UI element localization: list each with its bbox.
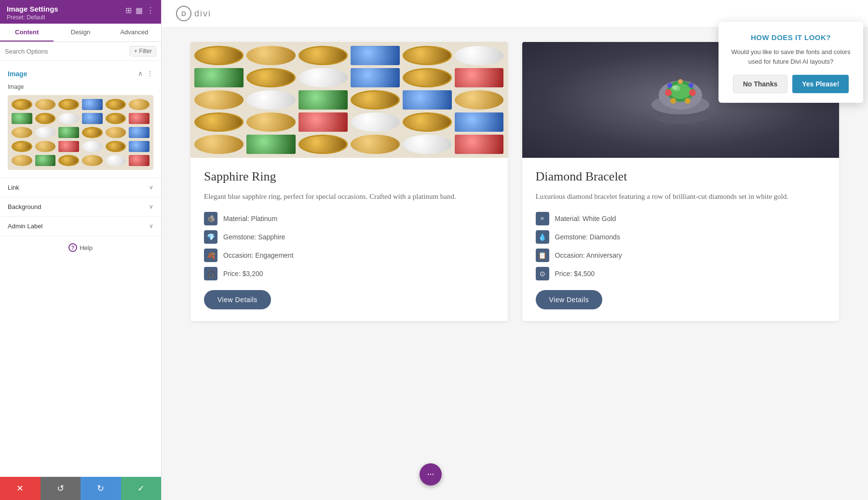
image-preview-wrap[interactable] — [0, 92, 161, 178]
card-1-attr-0: 🪨 Material: Platinum — [204, 212, 494, 225]
background-label: Background — [8, 203, 41, 210]
tab-design[interactable]: Design — [54, 24, 107, 42]
link-section[interactable]: Link ∨ — [0, 178, 161, 197]
search-input[interactable] — [5, 48, 127, 55]
help-label: Help — [80, 244, 93, 251]
svg-point-7 — [689, 89, 696, 96]
card-2-attr-2: 📋 Occasion: Anniversary — [536, 249, 826, 262]
section-more-icon[interactable]: ⋮ — [147, 69, 153, 78]
attr-icon-price: 🎧 — [204, 267, 217, 280]
card-2-attr-1: 💧 Gemstone: Diamonds — [536, 230, 826, 244]
card-2-attrs: ≡ Material: White Gold 💧 Gemstone: Diamo… — [536, 212, 826, 280]
undo-button[interactable]: ↺ — [41, 477, 81, 500]
cancel-button[interactable]: ✕ — [0, 477, 41, 500]
attr-text-price: Price: $3,200 — [223, 270, 263, 278]
card-2-title: Diamond Bracelet — [536, 169, 826, 184]
j15 — [58, 127, 79, 138]
popup-no-button[interactable]: No Thanks — [733, 75, 788, 93]
card-2-attr-3: ⊙ Price: $4,500 — [536, 267, 826, 280]
j25 — [12, 155, 32, 166]
fab-button[interactable]: ··· — [420, 463, 442, 486]
save-icon: ✓ — [137, 483, 145, 494]
attr-icon-gemstone: 💎 — [204, 230, 217, 244]
j30 — [129, 155, 149, 166]
left-panel: Image Settings Preset: Default ⊞ ▦ ⋮ Con… — [0, 0, 162, 500]
attr-text-gemstone: Gemstone: Sapphire — [223, 233, 285, 241]
svg-point-8 — [670, 98, 676, 104]
attr-text-occasion-2: Occasion: Anniversary — [555, 251, 622, 259]
popup-actions: No Thanks Yes Please! — [728, 75, 854, 93]
help-icon: ? — [68, 243, 77, 252]
panel-icon-resize[interactable]: ⊞ — [125, 6, 132, 15]
panel-icon-layout[interactable]: ▦ — [136, 6, 143, 15]
j1 — [12, 99, 32, 110]
j24 — [129, 141, 149, 152]
j3 — [58, 99, 79, 110]
attr-text-material: Material: Platinum — [223, 215, 277, 222]
redo-icon: ↻ — [97, 483, 104, 494]
tab-content[interactable]: Content — [0, 24, 54, 42]
j6 — [129, 99, 149, 110]
panel-content: Image ∧ ⋮ Image — [0, 61, 161, 500]
j29 — [106, 155, 126, 166]
attr-text-occasion: Occasion: Engagement — [223, 251, 294, 259]
card-1-desc: Elegant blue sapphire ring, perfect for … — [204, 191, 494, 202]
filter-button[interactable]: + Filter — [130, 46, 156, 56]
divi-logo-circle: D — [176, 6, 191, 21]
undo-icon: ↺ — [57, 483, 64, 494]
popup-yes-button[interactable]: Yes Please! — [792, 75, 849, 93]
popup-dialog: HOW DOES IT LOOK? Would you like to save… — [719, 22, 863, 103]
cancel-icon: ✕ — [16, 483, 24, 494]
attr-icon-occasion-2: 📋 — [536, 249, 549, 262]
j14 — [35, 127, 56, 138]
popup-body: Would you like to save the fonts and col… — [728, 47, 854, 66]
j19 — [12, 141, 32, 152]
card-2-attr-0: ≡ Material: White Gold — [536, 212, 826, 225]
card-1-image — [190, 42, 508, 158]
admin-label-label: Admin Label — [8, 222, 42, 230]
card-sapphire-ring: Sapphire Ring Elegant blue sapphire ring… — [190, 42, 508, 321]
j7 — [12, 113, 32, 124]
j9 — [58, 113, 79, 124]
svg-point-9 — [685, 98, 691, 104]
save-button[interactable]: ✓ — [121, 477, 162, 500]
view-details-button-2[interactable]: View Details — [536, 290, 603, 309]
attr-icon-material: 🪨 — [204, 212, 217, 225]
j8 — [35, 113, 56, 124]
panel-header: Image Settings Preset: Default ⊞ ▦ ⋮ — [0, 0, 161, 24]
image-section-title: Image — [8, 70, 27, 78]
link-chevron-icon: ∨ — [149, 184, 153, 191]
svg-point-11 — [689, 83, 693, 88]
panel-preset[interactable]: Preset: Default — [7, 14, 58, 21]
attr-icon-material-2: ≡ — [536, 212, 549, 225]
jewelry-grid-preview — [8, 95, 153, 170]
card-1-attrs: 🪨 Material: Platinum 💎 Gemstone: Sapphir… — [204, 212, 494, 280]
j26 — [35, 155, 56, 166]
tab-advanced[interactable]: Advanced — [108, 24, 161, 42]
card-1-attr-3: 🎧 Price: $3,200 — [204, 267, 494, 280]
card-2-body: Diamond Bracelet Luxurious diamond brace… — [522, 158, 840, 321]
j5 — [106, 99, 126, 110]
main-content: D divi — [162, 0, 868, 500]
j18 — [129, 127, 149, 138]
attr-icon-occasion: 🍂 — [204, 249, 217, 262]
panel-tabs: Content Design Advanced — [0, 24, 161, 42]
help-section: ? Help — [0, 236, 161, 259]
j12 — [129, 113, 149, 124]
ring-svg — [637, 56, 724, 143]
view-details-button-1[interactable]: View Details — [204, 290, 271, 309]
j22 — [82, 141, 103, 152]
panel-icon-more[interactable]: ⋮ — [147, 6, 154, 15]
svg-point-13 — [672, 85, 678, 89]
j20 — [35, 141, 56, 152]
section-collapse-icon[interactable]: ∧ — [138, 69, 143, 78]
redo-button[interactable]: ↻ — [81, 477, 121, 500]
background-section[interactable]: Background ∨ — [0, 197, 161, 216]
admin-label-section[interactable]: Admin Label ∨ — [0, 216, 161, 236]
image-preview[interactable] — [8, 95, 153, 170]
image-field-label: Image — [0, 82, 161, 92]
svg-point-12 — [678, 79, 683, 84]
card-1-title: Sapphire Ring — [204, 169, 494, 184]
help-button[interactable]: ? Help — [68, 243, 93, 252]
popup-title: HOW DOES IT LOOK? — [728, 33, 854, 42]
